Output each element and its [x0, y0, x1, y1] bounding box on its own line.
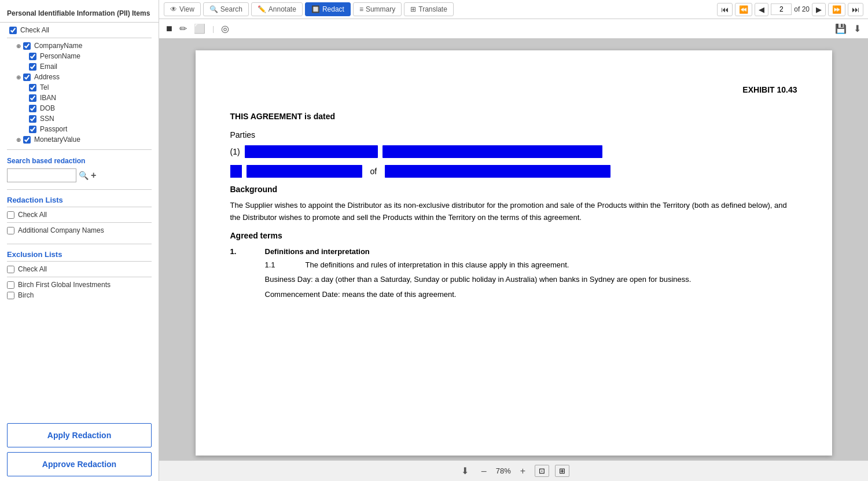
redact-bar-1: [245, 145, 378, 158]
tree-toggle-address[interactable]: ⊕: [16, 74, 21, 80]
nav-prev-btn[interactable]: ◀: [755, 3, 768, 16]
pii-checkbox-companyname[interactable]: [23, 42, 31, 50]
download-btn[interactable]: ⬇: [851, 22, 863, 35]
pii-item-passport[interactable]: Passport: [0, 124, 159, 134]
scroll-down-btn[interactable]: ⬇: [458, 464, 472, 478]
zoom-level-label: 78%: [496, 467, 511, 475]
toolbar-navigation: ⏮ ⏪ ◀ of 20 ▶ ⏩ ⏭: [717, 3, 863, 16]
exclusion-birch-global-checkbox[interactable]: [7, 281, 14, 289]
redaction-list-item-additional[interactable]: Additional Company Names: [7, 225, 152, 236]
nav-next-last-btn[interactable]: ⏩: [828, 3, 845, 16]
exclusion-lists-title: Exclusion Lists: [7, 250, 152, 259]
redaction-list-additional-checkbox[interactable]: [7, 227, 14, 234]
redaction-lists-title: Redaction Lists: [7, 196, 152, 204]
expand-btn[interactable]: ⊞: [555, 465, 569, 477]
pii-checkbox-monetaryvalue[interactable]: [23, 136, 31, 144]
background-label: Background: [230, 185, 797, 194]
fit-page-icon: ⊡: [539, 467, 545, 475]
tab-summary[interactable]: ≡ Summary: [353, 2, 402, 16]
pen-tool-btn[interactable]: ✏: [177, 22, 189, 35]
tab-redact[interactable]: 🔲 Redact: [305, 2, 351, 16]
pii-checkbox-personname[interactable]: [29, 53, 36, 60]
pii-item-address[interactable]: ⊕ Address: [0, 72, 159, 82]
sub-clause-11: 1.1 The definitions and rules of interpr…: [230, 260, 797, 269]
pii-checkbox-ssn[interactable]: [29, 115, 36, 123]
exclusion-list-check-all-checkbox[interactable]: [7, 266, 14, 273]
search-redaction-section: Search based redaction 🔍 +: [0, 152, 159, 185]
search-redaction-input[interactable]: [7, 168, 76, 182]
expand-icon: ⊞: [559, 467, 565, 475]
search-redaction-label: Search based redaction: [7, 157, 152, 165]
redaction-list-check-all[interactable]: Check All: [7, 210, 152, 220]
drawing-tools: ■ ✏ ⬜ | ◎: [164, 21, 231, 36]
tab-search[interactable]: 🔍 Search: [203, 2, 249, 16]
pii-item-companyname[interactable]: ⊕ CompanyName: [0, 41, 159, 51]
add-redaction-btn[interactable]: +: [91, 170, 96, 181]
pii-section-title: Personal Identifiable Information (PII) …: [0, 6, 159, 20]
apply-redaction-button[interactable]: Apply Redaction: [7, 423, 152, 447]
redact-bar-2: [382, 145, 602, 158]
exhibit-label: EXHIBIT 10.43: [230, 85, 797, 94]
exclusion-list-item-birch-global[interactable]: Birch First Global Investments: [7, 280, 152, 290]
pii-item-email[interactable]: Email: [0, 61, 159, 72]
tab-translate[interactable]: ⊞ Translate: [404, 2, 454, 16]
nav-last-btn[interactable]: ⏭: [848, 3, 863, 16]
translate-icon: ⊞: [410, 5, 416, 13]
save-btn[interactable]: 💾: [833, 22, 849, 35]
pii-item-personname[interactable]: PersonName: [0, 51, 159, 61]
toolbar-tabs: 👁 View 🔍 Search ✏️ Annotate 🔲 Redact ≡ S…: [164, 2, 454, 16]
redaction-list-check-all-checkbox[interactable]: [7, 211, 14, 219]
pii-checkbox-email[interactable]: [29, 63, 36, 71]
redact-icon: 🔲: [311, 5, 320, 13]
check-all-pii[interactable]: Check All: [0, 25, 159, 35]
pii-checkbox-passport[interactable]: [29, 126, 36, 133]
rect-tool-btn[interactable]: ■: [164, 21, 175, 36]
exclusion-lists-section: Exclusion Lists Check All Birch First Gl…: [0, 247, 159, 304]
pii-item-tel[interactable]: Tel: [0, 82, 159, 93]
nav-next-btn[interactable]: ▶: [812, 3, 826, 16]
tab-annotate[interactable]: ✏️ Annotate: [251, 2, 303, 16]
redaction-lists-section: Redaction Lists Check All Additional Com…: [0, 192, 159, 239]
search-tab-icon: 🔍: [209, 5, 218, 13]
secondary-toolbar: ■ ✏ ⬜ | ◎ 💾 ⬇: [159, 19, 868, 39]
rect-outline-tool-btn[interactable]: ⬜: [192, 22, 208, 35]
check-all-pii-checkbox[interactable]: [9, 27, 17, 34]
pii-item-dob[interactable]: DOB: [0, 103, 159, 113]
agreement-line: THIS AGREEMENT is dated: [230, 112, 797, 121]
zoom-out-btn[interactable]: –: [478, 465, 490, 478]
annotate-icon: ✏️: [258, 5, 266, 13]
pii-checkbox-iban[interactable]: [29, 94, 36, 102]
search-redaction-btn[interactable]: 🔍: [79, 171, 89, 180]
page-number-input[interactable]: [771, 3, 792, 15]
exclusion-list-check-all[interactable]: Check All: [7, 264, 152, 274]
top-toolbar: 👁 View 🔍 Search ✏️ Annotate 🔲 Redact ≡ S…: [159, 0, 868, 19]
summary-icon: ≡: [359, 5, 363, 13]
sub-clause-11-text: The definitions and rules of interpretat…: [306, 260, 569, 269]
pii-item-monetaryvalue[interactable]: ⊕ MonetaryValue: [0, 134, 159, 145]
approve-redaction-button[interactable]: Approve Redaction: [7, 452, 152, 476]
tab-view[interactable]: 👁 View: [164, 2, 201, 16]
nav-first-btn[interactable]: ⏮: [717, 3, 733, 16]
pii-item-ssn[interactable]: SSN: [0, 113, 159, 124]
zoom-in-icon: +: [520, 466, 525, 476]
main-area: 👁 View 🔍 Search ✏️ Annotate 🔲 Redact ≡ S…: [159, 0, 868, 481]
left-panel: Personal Identifiable Information (PII) …: [0, 0, 159, 481]
document-page: EXHIBIT 10.43 THIS AGREEMENT is dated Pa…: [196, 50, 832, 456]
fit-page-btn[interactable]: ⊡: [535, 465, 549, 477]
pii-item-iban[interactable]: IBAN: [0, 93, 159, 103]
bottom-buttons: Apply Redaction Approve Redaction: [0, 418, 159, 481]
tree-toggle-company[interactable]: ⊕: [16, 43, 21, 49]
tree-toggle-monetary[interactable]: ⊕: [16, 137, 21, 143]
nav-prev-first-btn[interactable]: ⏪: [735, 3, 752, 16]
view-icon: 👁: [170, 5, 177, 13]
pii-checkbox-tel[interactable]: [29, 84, 36, 91]
redact-bar-3: [247, 165, 362, 178]
exclusion-birch-checkbox[interactable]: [7, 292, 14, 299]
redact-small-1: [230, 165, 242, 178]
pii-checkbox-dob[interactable]: [29, 105, 36, 112]
pii-checkbox-address[interactable]: [23, 74, 31, 81]
document-viewer[interactable]: EXHIBIT 10.43 THIS AGREEMENT is dated Pa…: [159, 39, 868, 460]
exclusion-list-item-birch[interactable]: Birch: [7, 290, 152, 300]
settings-tool-btn[interactable]: ◎: [219, 22, 231, 35]
zoom-in-btn[interactable]: +: [517, 465, 529, 478]
